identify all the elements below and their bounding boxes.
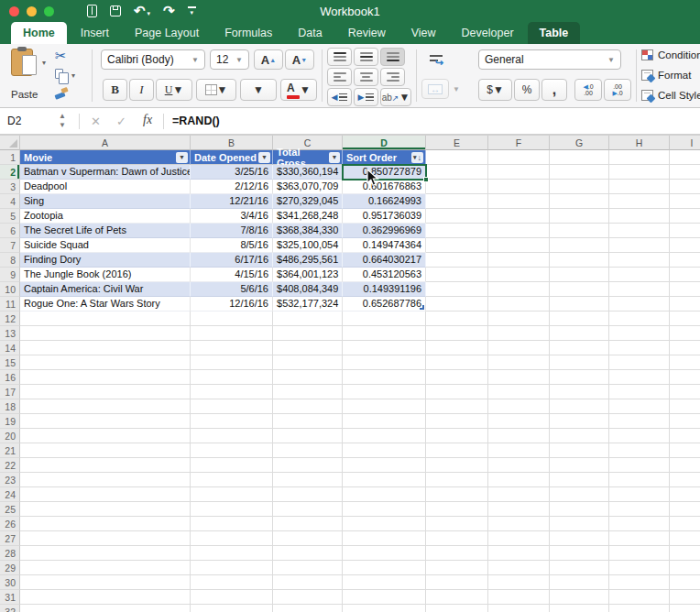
- insert-function-icon[interactable]: fx: [143, 113, 152, 127]
- cell-B11[interactable]: 12/16/16: [191, 297, 273, 311]
- row-header-10[interactable]: 10: [0, 282, 20, 297]
- cell-E18[interactable]: [426, 399, 488, 414]
- cell-H32[interactable]: [609, 605, 670, 612]
- cell-B23[interactable]: [191, 473, 273, 487]
- borders-button[interactable]: ▼: [196, 79, 236, 101]
- cell-D26[interactable]: [343, 517, 426, 531]
- cell-D11[interactable]: 0.652687786: [343, 297, 426, 311]
- cell-F2[interactable]: [488, 165, 550, 180]
- cell-D29[interactable]: [343, 561, 426, 575]
- cell-I23[interactable]: [670, 473, 700, 487]
- cell-F24[interactable]: [488, 487, 550, 502]
- name-box-stepper[interactable]: ▲▼: [59, 112, 66, 130]
- cell-B19[interactable]: [191, 414, 273, 429]
- currency-format-button[interactable]: $▼: [478, 79, 512, 101]
- tab-view[interactable]: View: [399, 22, 448, 44]
- cell-H25[interactable]: [609, 502, 670, 517]
- row-header-17[interactable]: 17: [0, 385, 20, 399]
- paste-button[interactable]: [11, 49, 33, 76]
- cell-H30[interactable]: [609, 575, 670, 590]
- cell-B18[interactable]: [191, 399, 273, 414]
- column-header-H[interactable]: H: [609, 136, 670, 150]
- cell-H13[interactable]: [609, 326, 670, 341]
- row-header-9[interactable]: 9: [0, 268, 20, 282]
- cell-I21[interactable]: [670, 443, 700, 458]
- decrease-decimal-button[interactable]: .00▶.0: [604, 79, 631, 101]
- italic-button[interactable]: I: [129, 79, 154, 101]
- cell-F14[interactable]: [488, 341, 550, 355]
- cell-G12[interactable]: [550, 311, 609, 326]
- font-name-select[interactable]: Calibri (Body)▼: [101, 49, 205, 70]
- cell-A14[interactable]: [20, 341, 191, 355]
- cell-G20[interactable]: [550, 429, 609, 443]
- row-header-20[interactable]: 20: [0, 429, 20, 443]
- cell-C1[interactable]: Total Gross▼: [273, 150, 343, 165]
- align-middle-button[interactable]: [354, 48, 378, 66]
- cell-G7[interactable]: [550, 238, 609, 253]
- cell-A18[interactable]: [20, 399, 191, 414]
- cell-C7[interactable]: $325,100,054: [273, 238, 343, 253]
- cell-E16[interactable]: [426, 370, 488, 385]
- cell-B6[interactable]: 7/8/16: [191, 224, 273, 238]
- cell-D20[interactable]: [343, 429, 426, 443]
- cell-E5[interactable]: [426, 209, 488, 224]
- wrap-text-button[interactable]: ↩: [423, 51, 449, 70]
- cell-C5[interactable]: $341,268,248: [273, 209, 343, 224]
- cell-C4[interactable]: $270,329,045: [273, 194, 343, 209]
- cell-G9[interactable]: [550, 268, 609, 282]
- cell-H31[interactable]: [609, 590, 670, 605]
- cell-D7[interactable]: 0.149474364: [343, 238, 426, 253]
- row-header-4[interactable]: 4: [0, 194, 20, 209]
- cell-A22[interactable]: [20, 458, 191, 473]
- cell-I24[interactable]: [670, 487, 700, 502]
- cell-D21[interactable]: [343, 443, 426, 458]
- cell-F26[interactable]: [488, 517, 550, 531]
- cell-F1[interactable]: [488, 150, 550, 165]
- cell-I11[interactable]: [670, 297, 700, 311]
- cell-E24[interactable]: [426, 487, 488, 502]
- cell-F5[interactable]: [488, 209, 550, 224]
- cell-B24[interactable]: [191, 487, 273, 502]
- cell-F29[interactable]: [488, 561, 550, 575]
- cell-C28[interactable]: [273, 546, 343, 561]
- cell-C25[interactable]: [273, 502, 343, 517]
- cell-F11[interactable]: [488, 297, 550, 311]
- cell-I26[interactable]: [670, 517, 700, 531]
- filter-dropdown-button[interactable]: ▼: [329, 152, 340, 163]
- cell-A5[interactable]: Zootopia: [20, 209, 191, 224]
- row-header-24[interactable]: 24: [0, 487, 20, 502]
- cell-B12[interactable]: [191, 311, 273, 326]
- cell-F3[interactable]: [488, 180, 550, 194]
- cell-H12[interactable]: [609, 311, 670, 326]
- cell-H3[interactable]: [609, 180, 670, 194]
- cell-I3[interactable]: [670, 180, 700, 194]
- cell-D19[interactable]: [343, 414, 426, 429]
- align-bottom-button[interactable]: [380, 48, 405, 66]
- cell-E22[interactable]: [426, 458, 488, 473]
- cell-D28[interactable]: [343, 546, 426, 561]
- column-header-A[interactable]: A: [20, 136, 191, 150]
- cell-E2[interactable]: [426, 165, 488, 180]
- cell-F12[interactable]: [488, 311, 550, 326]
- cell-D22[interactable]: [343, 458, 426, 473]
- cell-D24[interactable]: [343, 487, 426, 502]
- row-header-14[interactable]: 14: [0, 341, 20, 355]
- cell-F30[interactable]: [488, 575, 550, 590]
- cell-I20[interactable]: [670, 429, 700, 443]
- cell-A24[interactable]: [20, 487, 191, 502]
- cell-A15[interactable]: [20, 355, 191, 370]
- cell-C20[interactable]: [273, 429, 343, 443]
- cell-G2[interactable]: [550, 165, 609, 180]
- row-header-21[interactable]: 21: [0, 443, 20, 458]
- cell-F22[interactable]: [488, 458, 550, 473]
- cell-E31[interactable]: [426, 590, 488, 605]
- cell-E8[interactable]: [426, 253, 488, 268]
- column-header-D[interactable]: D: [343, 136, 426, 150]
- increase-indent-button[interactable]: ▶: [354, 88, 378, 106]
- cell-B29[interactable]: [191, 561, 273, 575]
- cell-C3[interactable]: $363,070,709: [273, 180, 343, 194]
- cell-A26[interactable]: [20, 517, 191, 531]
- cell-I17[interactable]: [670, 385, 700, 399]
- cell-A2[interactable]: Batman v Superman: Dawn of Justice: [20, 165, 191, 180]
- cell-E13[interactable]: [426, 326, 488, 341]
